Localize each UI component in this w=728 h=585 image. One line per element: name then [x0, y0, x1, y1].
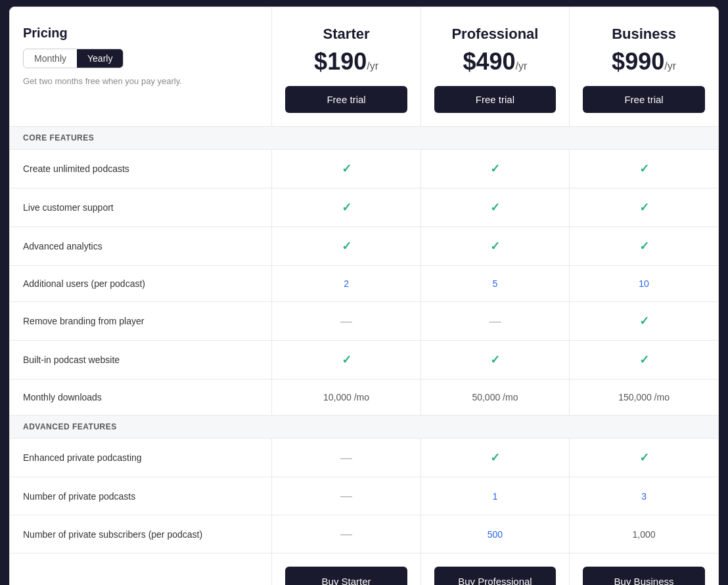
table-row: Advanced analytics ✓ ✓ ✓: [10, 227, 718, 266]
feature-name: Advanced analytics: [10, 227, 272, 266]
starter-price: $190/yr: [285, 48, 407, 76]
feature-name: Monthly downloads: [10, 379, 272, 416]
cell-check: ✓: [272, 227, 421, 266]
cell-check: ✓: [421, 227, 569, 266]
pricing-info-cell: Pricing Monthly Yearly Get two months fr…: [10, 7, 272, 127]
cell-value: 50,000 /mo: [421, 379, 569, 416]
buy-starter-button[interactable]: Buy Starter: [285, 567, 407, 585]
table-body: CORE FEATURES Create unlimited podcasts …: [10, 127, 718, 553]
cell-check: ✓: [272, 188, 421, 227]
cell-check: ✓: [421, 188, 569, 227]
table-row: Enhanced private podcasting — ✓ ✓: [10, 439, 718, 477]
feature-name: Additional users (per podcast): [10, 266, 272, 302]
table-row: Create unlimited podcasts ✓ ✓ ✓: [10, 150, 718, 188]
table-row: Monthly downloads 10,000 /mo 50,000 /mo …: [10, 379, 718, 416]
pricing-table: Pricing Monthly Yearly Get two months fr…: [10, 7, 718, 585]
yearly-toggle[interactable]: Yearly: [77, 49, 123, 68]
section-label: ADVANCED FEATURES: [10, 416, 718, 439]
buy-professional-button[interactable]: Buy Professional: [434, 567, 556, 585]
pricing-container: Pricing Monthly Yearly Get two months fr…: [9, 7, 719, 585]
buy-professional-cell: Buy Professional: [421, 553, 569, 586]
feature-name: Remove branding from player: [10, 302, 272, 341]
monthly-toggle[interactable]: Monthly: [24, 49, 77, 68]
buy-starter-cell: Buy Starter: [272, 553, 421, 586]
business-free-trial-button[interactable]: Free trial: [583, 86, 705, 113]
cell-value: 10,000 /mo: [272, 379, 421, 416]
bottom-row: Buy Starter Buy Professional Buy Busines…: [10, 553, 718, 586]
header-row: Pricing Monthly Yearly Get two months fr…: [10, 7, 718, 127]
cell-check: ✓: [272, 150, 421, 188]
professional-price: $490/yr: [434, 48, 556, 76]
cell-check: ✓: [421, 341, 569, 379]
professional-header: Professional $490/yr Free trial: [421, 7, 569, 127]
cell-check: ✓: [570, 227, 718, 266]
cell-check: ✓: [570, 302, 718, 341]
cell-dash: —: [272, 439, 421, 477]
cell-check: ✓: [570, 341, 718, 379]
cell-value: 10: [570, 266, 718, 302]
feature-name: Create unlimited podcasts: [10, 150, 272, 188]
cell-value: 500: [421, 515, 569, 553]
cell-value: 5: [421, 266, 569, 302]
starter-header: Starter $190/yr Free trial: [272, 7, 421, 127]
cell-check: ✓: [421, 150, 569, 188]
cell-value: 1: [421, 477, 569, 515]
starter-name: Starter: [285, 26, 407, 43]
feature-name: Live customer support: [10, 188, 272, 227]
table-row: Live customer support ✓ ✓ ✓: [10, 188, 718, 227]
table-row: Built-in podcast website ✓ ✓ ✓: [10, 341, 718, 379]
table-row: Remove branding from player — — ✓: [10, 302, 718, 341]
cell-value: 150,000 /mo: [570, 379, 718, 416]
business-price: $990/yr: [583, 48, 705, 76]
pricing-label: Pricing: [23, 26, 258, 41]
buy-business-cell: Buy Business: [570, 553, 718, 586]
section-label: CORE FEATURES: [10, 127, 718, 150]
cell-check: ✓: [570, 150, 718, 188]
section-header-1: ADVANCED FEATURES: [10, 416, 718, 439]
cell-dash: —: [272, 477, 421, 515]
billing-toggle: Monthly Yearly: [23, 49, 124, 68]
cell-check: ✓: [421, 439, 569, 477]
table-row: Number of private podcasts — 1 3: [10, 477, 718, 515]
feature-name: Built-in podcast website: [10, 341, 272, 379]
cell-value: 2: [272, 266, 421, 302]
feature-name: Number of private subscribers (per podca…: [10, 515, 272, 553]
cell-value: 1,000: [570, 515, 718, 553]
cell-dash: —: [272, 515, 421, 553]
professional-free-trial-button[interactable]: Free trial: [434, 86, 556, 113]
cell-check: ✓: [272, 341, 421, 379]
starter-free-trial-button[interactable]: Free trial: [285, 86, 407, 113]
cell-check: ✓: [570, 439, 718, 477]
cell-dash: —: [272, 302, 421, 341]
cell-value: 3: [570, 477, 718, 515]
buy-business-button[interactable]: Buy Business: [583, 567, 705, 585]
table-row: Additional users (per podcast) 2 5 10: [10, 266, 718, 302]
business-header: Business $990/yr Free trial: [570, 7, 718, 127]
cell-check: ✓: [570, 188, 718, 227]
footer-empty: [10, 553, 272, 586]
feature-name: Number of private podcasts: [10, 477, 272, 515]
section-header-0: CORE FEATURES: [10, 127, 718, 150]
table-row: Number of private subscribers (per podca…: [10, 515, 718, 553]
feature-name: Enhanced private podcasting: [10, 439, 272, 477]
business-name: Business: [583, 26, 705, 43]
promo-text: Get two months free when you pay yearly.: [23, 76, 258, 86]
professional-name: Professional: [434, 26, 556, 43]
cell-dash: —: [421, 302, 569, 341]
